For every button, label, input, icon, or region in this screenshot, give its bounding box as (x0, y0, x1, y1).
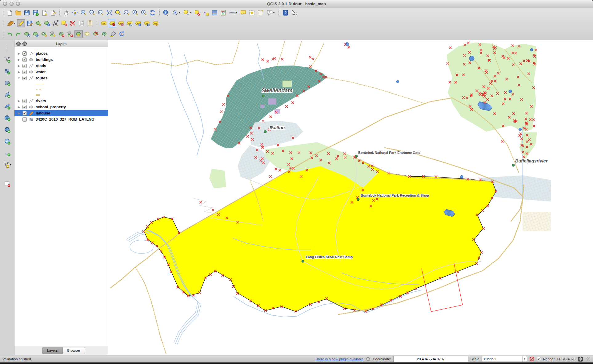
expand-arrow-icon[interactable]: ▶ (17, 58, 21, 61)
dropdown-arrow-icon[interactable]: ▾ (236, 11, 237, 14)
expand-arrow-icon[interactable]: ▶ (17, 70, 21, 74)
rotate-feature-button[interactable] (23, 30, 31, 38)
panel-float-icon[interactable]: ❐ (22, 42, 27, 46)
show-hide-labels-button[interactable]: abc (125, 19, 134, 27)
change-label-button[interactable]: abc (151, 19, 159, 27)
copy-features-button[interactable] (77, 19, 86, 27)
plugin-link[interactable]: There is a new plugin available (315, 357, 363, 361)
layer-item-school-property[interactable]: ▶ ✓ school_property (14, 104, 108, 110)
dropdown-arrow-icon[interactable]: ▾ (10, 163, 11, 166)
toolbar-handle[interactable] (6, 46, 9, 52)
toolbar-handle[interactable] (2, 31, 4, 38)
pan-map-button[interactable] (62, 9, 70, 17)
undo-button[interactable] (6, 30, 14, 38)
map-canvas[interactable]: SwellendamRailtonBontebok National Park … (108, 40, 593, 355)
toolbar-handle[interactable] (2, 10, 4, 16)
refresh-button[interactable] (148, 9, 157, 17)
panel-tab-layers[interactable]: Layers (42, 347, 63, 354)
coordinate-input[interactable] (393, 356, 468, 362)
close-window-button[interactable] (3, 2, 7, 6)
zoom-out-button[interactable] (88, 9, 96, 17)
open-attribute-table-button[interactable] (210, 9, 219, 17)
whats-this-button[interactable]: ? (290, 9, 298, 17)
zoom-next-button[interactable] (140, 9, 148, 17)
add-part-button[interactable] (49, 30, 57, 38)
simplify-feature-button[interactable] (31, 30, 40, 38)
split-features-button[interactable] (92, 30, 100, 38)
layer-item-water[interactable]: ▶ ✓ water (14, 69, 108, 75)
layer-item-routes[interactable]: ▼ ✓ routes (14, 75, 108, 81)
run-feature-action-button[interactable]: ▾ (170, 9, 182, 17)
merge-features-button[interactable] (109, 30, 117, 38)
toggle-editing-button[interactable] (17, 19, 25, 27)
add-vector-layer-button[interactable] (2, 55, 12, 64)
dropdown-arrow-icon[interactable]: ▾ (190, 11, 191, 14)
paste-features-button[interactable] (86, 19, 94, 27)
add-wfs-layer-button[interactable] (2, 137, 12, 146)
current-edits-button[interactable]: ▾ (6, 19, 17, 27)
layer-item-rivers[interactable]: ▶ ✓ rivers (14, 98, 108, 104)
save-project-button[interactable] (23, 9, 31, 17)
plugin-icon[interactable] (366, 357, 371, 362)
resize-grip[interactable] (587, 357, 591, 361)
layer-visibility-checkbox[interactable]: ✓ (22, 99, 27, 103)
help-contents-button[interactable]: ? (281, 9, 290, 17)
select-features-button[interactable]: ▾ (182, 9, 193, 17)
rotate-point-symbols-button[interactable] (118, 30, 126, 38)
select-by-expression-button[interactable]: ε (202, 9, 210, 17)
toolbar-handle[interactable] (2, 20, 4, 26)
layer-visibility-checkbox[interactable]: ✓ (22, 105, 27, 109)
map-tips-button[interactable] (239, 9, 247, 17)
add-wcs-layer-button[interactable] (2, 125, 12, 134)
layer-visibility-checkbox[interactable]: ✓ (22, 76, 27, 80)
layer-item-roads[interactable]: ▶ ✓ roads (14, 63, 108, 69)
add-feature-button[interactable] (34, 19, 42, 27)
move-label-button[interactable]: abc (134, 19, 142, 27)
pan-to-selection-button[interactable] (71, 9, 79, 17)
add-wms-layer-button[interactable] (2, 113, 12, 122)
zoom-to-layer-button[interactable] (122, 9, 131, 17)
layer-visibility-checkbox[interactable]: ✓ (22, 111, 27, 115)
stop-render-icon[interactable] (529, 356, 535, 362)
layer-visibility-checkbox[interactable] (22, 117, 27, 122)
expand-arrow-icon[interactable]: ▶ (17, 64, 21, 67)
highlight-pinned-labels-button[interactable]: ab (117, 19, 125, 27)
layer-item-landuse[interactable]: ▶ ✓ landuse (14, 110, 108, 116)
zoom-full-button[interactable] (105, 9, 114, 17)
reshape-features-button[interactable] (74, 30, 83, 38)
delete-part-button[interactable] (66, 30, 74, 38)
layer-item-places[interactable]: ▶ ✓ places (14, 50, 108, 57)
scale-combo[interactable]: 1:19951 ▼ (482, 356, 527, 362)
save-layer-edits-button[interactable] (26, 19, 34, 27)
offset-curve-button[interactable] (83, 30, 91, 38)
zoom-window-button[interactable] (16, 2, 20, 6)
add-postgis-layer-button[interactable] (2, 78, 12, 87)
cut-features-button[interactable] (69, 19, 77, 27)
deselect-features-button[interactable] (193, 9, 202, 17)
delete-ring-button[interactable] (57, 30, 66, 38)
expand-arrow-icon[interactable]: ▶ (17, 99, 21, 102)
zoom-native-button[interactable]: 1:1 (97, 9, 105, 17)
expand-arrow-icon[interactable]: ▶ (17, 106, 21, 109)
zoom-to-selection-button[interactable] (114, 9, 122, 17)
add-spatialite-layer-button[interactable] (2, 90, 12, 99)
layer-visibility-checkbox[interactable]: ✓ (22, 58, 27, 62)
labeling-options-button[interactable]: abc (99, 19, 108, 27)
measure-button[interactable]: ▾ (228, 9, 239, 17)
panel-close-icon[interactable]: ✕ (16, 42, 21, 46)
add-raster-layer-button[interactable] (2, 66, 12, 76)
open-project-button[interactable] (14, 9, 22, 17)
add-del imited-text-layer-button[interactable]: , (2, 148, 12, 158)
new-print-composer-button[interactable] (40, 9, 48, 17)
dropdown-arrow-icon[interactable]: ▾ (14, 22, 15, 25)
expand-arrow-icon[interactable]: ▶ (17, 112, 21, 115)
save-project-as-button[interactable] (31, 9, 40, 17)
render-checkbox[interactable]: ✓ (537, 357, 541, 361)
layer-visibility-checkbox[interactable]: ✓ (22, 70, 27, 74)
dropdown-arrow-icon[interactable]: ▾ (179, 11, 180, 14)
expand-arrow-icon[interactable]: ▼ (17, 77, 21, 80)
new-bookmark-button[interactable] (248, 9, 256, 17)
text-annotation-button[interactable]: T▾ (265, 9, 276, 17)
dropdown-arrow-icon[interactable]: ▾ (273, 11, 274, 14)
layer-visibility-checkbox[interactable]: ✓ (22, 51, 27, 56)
